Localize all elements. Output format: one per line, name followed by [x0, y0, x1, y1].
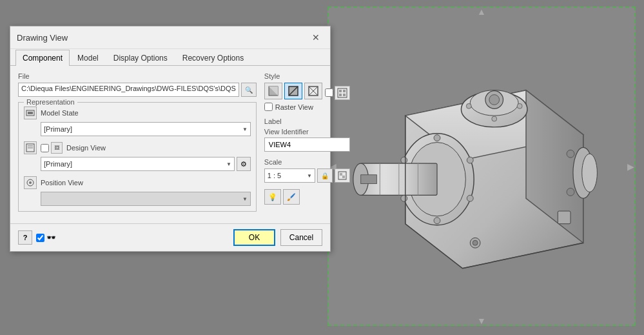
label-section: Label View Identifier [264, 117, 350, 152]
style-extra-icons [325, 86, 350, 100]
svg-rect-26 [558, 211, 571, 224]
ok-button[interactable]: OK [233, 229, 275, 246]
footer-right: OK Cancel [233, 229, 322, 246]
view-identifier-label: View Identifier [264, 128, 350, 136]
browse-button[interactable]: 🔍 [241, 83, 257, 97]
file-label: File [18, 72, 257, 80]
extra-icons-row: 💡 🖌️ [264, 189, 350, 205]
footer-left: ? 🕶️ [18, 230, 56, 245]
position-view-dropdown-row: ▼ [41, 192, 251, 206]
style-raster-icon [335, 86, 350, 100]
file-input-row: C:\Diequa Files\ENGINEERING_Drawings\DWG… [18, 83, 257, 97]
position-view-dropdown[interactable]: ▼ [41, 192, 251, 206]
design-view-checkbox[interactable] [41, 144, 49, 152]
dialog-title: Drawing View [17, 33, 68, 43]
model-state-row: Model State [24, 107, 251, 119]
scale-dropdown[interactable]: 1 : 5 ▼ [264, 168, 315, 183]
position-view-label: Position View [41, 179, 89, 187]
raster-view-label: Raster View [275, 103, 313, 111]
position-view-icon [24, 176, 37, 189]
svg-rect-55 [340, 173, 342, 176]
svg-point-30 [473, 240, 478, 245]
svg-point-21 [492, 116, 497, 121]
scale-arrow: ▼ [307, 173, 312, 179]
svg-point-8 [467, 157, 473, 163]
svg-rect-53 [343, 94, 346, 96]
design-view-check-row: 🖼 [41, 142, 63, 154]
style-shaded-button[interactable] [264, 83, 282, 99]
help-button[interactable]: ? [18, 230, 32, 245]
scale-label: Scale [264, 158, 350, 166]
svg-point-41 [29, 181, 32, 184]
style-checkbox[interactable] [325, 88, 333, 97]
position-view-arrow: ▼ [242, 196, 248, 202]
style-wireframe-button[interactable] [304, 83, 322, 99]
svg-rect-31 [361, 174, 377, 183]
scale-lock-icon: 🔒 [317, 168, 333, 183]
style-label: Style [264, 72, 350, 80]
model-state-label: Model State [41, 109, 89, 117]
view-identifier-input[interactable] [264, 137, 350, 152]
file-section: File C:\Diequa Files\ENGINEERING_Drawing… [18, 72, 257, 97]
footer-checkbox[interactable] [36, 234, 44, 242]
model-state-dropdown-row: [Primary] ▼ [41, 122, 251, 136]
design-view-icon [24, 141, 37, 154]
left-panel: File C:\Diequa Files\ENGINEERING_Drawing… [18, 72, 257, 217]
svg-point-6 [434, 217, 440, 223]
model-state-icon [24, 107, 37, 119]
light-bulb-button[interactable]: 💡 [264, 189, 281, 205]
dialog-content: File C:\Diequa Files\ENGINEERING_Drawing… [10, 66, 330, 223]
svg-rect-36 [28, 112, 33, 114]
design-view-label: Design View [66, 144, 115, 152]
svg-point-19 [517, 103, 522, 108]
svg-rect-56 [342, 176, 345, 178]
model-state-arrow: ▼ [242, 127, 248, 132]
right-panel: Style [264, 72, 350, 217]
gearbox-svg [348, 25, 615, 309]
close-button[interactable]: ✕ [308, 32, 324, 43]
svg-point-28 [567, 188, 574, 196]
dialog-titlebar: Drawing View ✕ [10, 26, 330, 49]
svg-point-9 [401, 195, 407, 201]
svg-point-25 [582, 154, 598, 192]
design-view-row: 🖼 Design View [24, 141, 251, 154]
scale-custom-icon [335, 168, 350, 183]
design-view-gear-button[interactable]: ⚙ [237, 157, 251, 171]
model-state-dropdown[interactable]: [Primary] ▼ [41, 122, 251, 136]
svg-point-10 [467, 195, 473, 201]
file-path[interactable]: C:\Diequa Files\ENGINEERING_Drawings\DWG… [18, 83, 239, 97]
style-buttons-row [264, 83, 350, 103]
svg-point-27 [567, 150, 574, 157]
position-view-row: Position View [24, 176, 251, 189]
svg-rect-50 [339, 90, 342, 92]
svg-point-18 [466, 103, 471, 108]
paint-brush-button[interactable]: 🖌️ [283, 189, 300, 205]
design-view-dropdown[interactable]: [Primary] ▼ [41, 157, 235, 171]
tab-model[interactable]: Model [70, 50, 106, 66]
tab-recovery-options[interactable]: Recovery Options [175, 50, 251, 66]
style-shaded-edges-button[interactable] [284, 83, 302, 99]
scale-row: 1 : 5 ▼ 🔒 [264, 168, 350, 183]
scale-section: Scale 1 : 5 ▼ 🔒 [264, 158, 350, 183]
3d-object [348, 21, 615, 312]
design-view-arrow: ▼ [226, 161, 231, 167]
svg-rect-51 [343, 90, 346, 92]
representation-label: Representation [24, 98, 77, 106]
cancel-button[interactable]: Cancel [280, 229, 322, 246]
svg-point-23 [489, 94, 500, 105]
style-buttons-group [264, 83, 322, 99]
raster-view-checkbox[interactable] [264, 103, 273, 111]
3d-viewport: ▲ ▼ ◀ ▶ [327, 6, 636, 326]
svg-point-5 [434, 134, 440, 141]
tab-component[interactable]: Component [15, 50, 70, 66]
dialog-footer: ? 🕶️ OK Cancel [10, 223, 330, 251]
label-section-title: Label [264, 117, 350, 125]
dialog-tabs: Component Model Display Options Recovery… [10, 49, 330, 66]
drawing-view-dialog: Drawing View ✕ Component Model Display O… [10, 26, 331, 252]
footer-icon1: 🕶️ [46, 233, 56, 242]
raster-view-row: Raster View [264, 103, 350, 111]
tab-display-options[interactable]: Display Options [106, 50, 175, 66]
svg-rect-52 [339, 94, 342, 96]
footer-checkbox-row: 🕶️ [36, 233, 56, 242]
style-section: Style [264, 72, 350, 111]
